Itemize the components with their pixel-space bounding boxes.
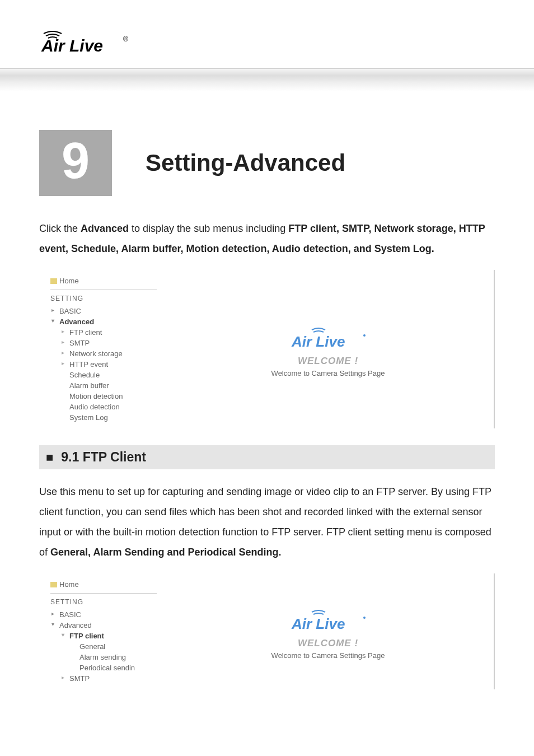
brand-logo: Air Live ® bbox=[39, 28, 134, 55]
section-paragraph: Use this menu to set up for capturing an… bbox=[39, 482, 495, 562]
sidebar-item-motion-detection[interactable]: Motion detection bbox=[50, 391, 157, 402]
svg-text:Air Live: Air Live bbox=[41, 36, 103, 55]
welcome-subtitle: Welcome to Camera Settings Page bbox=[271, 369, 385, 377]
svg-point-5 bbox=[363, 617, 366, 619]
nav-list-1: BASIC Advanced FTP client SMTP Network s… bbox=[50, 306, 157, 423]
settings-content-panel: Air Live WELCOME ! Welcome to Camera Set… bbox=[162, 573, 494, 689]
welcome-heading: WELCOME ! bbox=[298, 356, 358, 367]
home-icon bbox=[50, 582, 57, 587]
header-decoration bbox=[0, 68, 534, 108]
svg-text:Air Live: Air Live bbox=[291, 615, 345, 632]
chapter-title: Setting-Advanced bbox=[112, 130, 345, 196]
chapter-number: 9 bbox=[39, 130, 112, 196]
home-link[interactable]: Home bbox=[50, 274, 157, 290]
sidebar-item-basic[interactable]: BASIC bbox=[50, 306, 157, 316]
screenshot-settings-advanced: Home SETTING BASIC Advanced FTP client S… bbox=[39, 270, 495, 428]
sidebar-item-smtp[interactable]: SMTP bbox=[50, 338, 157, 348]
sidebar-item-alarm-buffer[interactable]: Alarm buffer bbox=[50, 380, 157, 391]
sidebar-item-network-storage[interactable]: Network storage bbox=[50, 348, 157, 359]
sidebar-item-ftp-client[interactable]: FTP client bbox=[50, 631, 157, 641]
home-icon bbox=[50, 278, 57, 284]
svg-text:®: ® bbox=[123, 35, 128, 43]
sidebar-item-ftp-client[interactable]: FTP client bbox=[50, 327, 157, 338]
nav-heading: SETTING bbox=[50, 598, 157, 606]
content-brand-logo: Air Live bbox=[286, 609, 370, 636]
settings-sidebar-2: Home SETTING BASIC Advanced FTP client G… bbox=[39, 573, 162, 689]
sidebar-item-advanced[interactable]: Advanced bbox=[50, 620, 157, 631]
sidebar-item-advanced[interactable]: Advanced bbox=[50, 316, 157, 327]
sidebar-item-periodical-sending[interactable]: Periodical sendin bbox=[50, 662, 157, 673]
document-page: Air Live ® 9 Setting-Advanced Click the … bbox=[0, 0, 534, 729]
home-link[interactable]: Home bbox=[50, 578, 157, 594]
nav-list-2: BASIC Advanced FTP client General Alarm … bbox=[50, 609, 157, 684]
section-heading: ■ 9.1 FTP Client bbox=[39, 445, 495, 469]
sidebar-item-general[interactable]: General bbox=[50, 641, 157, 652]
nav-heading: SETTING bbox=[50, 295, 157, 302]
settings-sidebar: Home SETTING BASIC Advanced FTP client S… bbox=[39, 270, 162, 428]
svg-text:Air Live: Air Live bbox=[291, 333, 345, 350]
sidebar-item-audio-detection[interactable]: Audio detection bbox=[50, 402, 157, 412]
welcome-subtitle: Welcome to Camera Settings Page bbox=[271, 651, 385, 660]
sidebar-item-schedule[interactable]: Schedule bbox=[50, 370, 157, 380]
sidebar-item-alarm-sending[interactable]: Alarm sending bbox=[50, 652, 157, 662]
sidebar-item-smtp[interactable]: SMTP bbox=[50, 673, 157, 684]
welcome-heading: WELCOME ! bbox=[298, 638, 358, 649]
screenshot-ftp-client: Home SETTING BASIC Advanced FTP client G… bbox=[39, 573, 495, 689]
content-brand-logo: Air Live bbox=[286, 326, 370, 353]
intro-paragraph: Click the Advanced to display the sub me… bbox=[39, 218, 495, 259]
sidebar-item-system-log[interactable]: System Log bbox=[50, 412, 157, 423]
settings-content-panel: Air Live WELCOME ! Welcome to Camera Set… bbox=[162, 270, 494, 428]
bullet-icon: ■ bbox=[46, 450, 53, 465]
chapter-heading: 9 Setting-Advanced bbox=[39, 130, 495, 196]
section-title: 9.1 FTP Client bbox=[61, 450, 146, 465]
svg-point-3 bbox=[363, 334, 366, 337]
sidebar-item-http-event[interactable]: HTTP event bbox=[50, 359, 157, 370]
sidebar-item-basic[interactable]: BASIC bbox=[50, 609, 157, 620]
